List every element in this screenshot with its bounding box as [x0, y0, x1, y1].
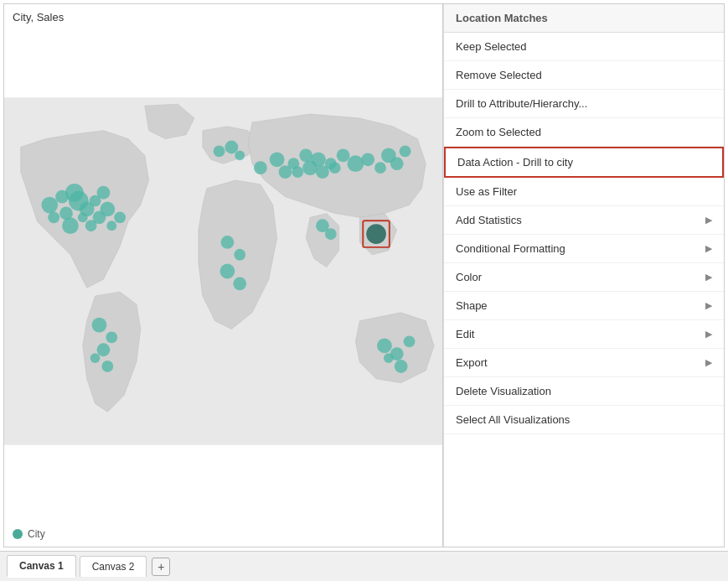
menu-item-color[interactable]: Color ▶	[444, 263, 724, 292]
svg-point-36	[390, 157, 404, 170]
svg-point-13	[48, 211, 59, 223]
menu-item-select-all-visualizations-label: Select All Visualizations	[456, 413, 570, 426]
edit-arrow-icon: ▶	[705, 329, 712, 340]
menu-item-keep-selected-label: Keep Selected	[456, 40, 527, 53]
svg-point-37	[400, 146, 411, 158]
svg-point-12	[62, 217, 79, 234]
svg-point-45	[366, 224, 386, 244]
svg-point-26	[270, 152, 285, 167]
svg-point-49	[233, 277, 246, 290]
svg-point-41	[316, 165, 329, 179]
svg-point-40	[302, 160, 318, 175]
menu-item-shape-label: Shape	[456, 299, 488, 312]
svg-point-8	[78, 212, 88, 222]
svg-point-17	[92, 318, 107, 333]
svg-point-24	[235, 150, 245, 160]
menu-item-drill-attribute-label: Drill to Attribute/Hierarchy...	[456, 97, 587, 110]
menu-item-use-as-filter-label: Use as Filter	[456, 185, 517, 198]
legend-label: City	[28, 528, 45, 540]
svg-point-16	[114, 211, 126, 223]
svg-point-28	[299, 148, 312, 162]
svg-point-33	[361, 153, 374, 166]
menu-item-edit-label: Edit	[456, 328, 474, 340]
svg-point-22	[214, 146, 225, 158]
add-statistics-arrow-icon: ▶	[705, 215, 712, 226]
menu-item-delete-visualization-label: Delete Visualization	[456, 385, 551, 397]
svg-point-50	[377, 338, 392, 353]
svg-point-47	[234, 249, 245, 261]
svg-point-20	[90, 353, 101, 363]
menu-item-drill-attribute[interactable]: Drill to Attribute/Hierarchy...	[444, 90, 724, 118]
menu-item-delete-visualization[interactable]: Delete Visualization	[444, 377, 724, 406]
menu-item-zoom-selected-label: Zoom to Selected	[456, 126, 541, 138]
svg-point-23	[225, 141, 238, 154]
svg-point-19	[97, 343, 111, 356]
svg-point-18	[106, 332, 117, 344]
svg-point-44	[325, 228, 337, 240]
tab-add-icon: +	[157, 560, 164, 573]
svg-point-52	[404, 335, 416, 347]
menu-item-color-label: Color	[456, 271, 482, 283]
svg-point-1	[41, 197, 58, 214]
menu-item-data-action-drill-label: Data Action - Drill to city	[457, 156, 573, 169]
svg-point-32	[348, 155, 364, 172]
svg-point-39	[292, 166, 303, 178]
svg-point-14	[97, 186, 111, 200]
svg-point-38	[279, 165, 292, 179]
svg-point-15	[106, 220, 116, 231]
svg-point-54	[395, 360, 408, 373]
map-area	[4, 29, 442, 513]
svg-point-31	[337, 148, 350, 162]
svg-point-21	[101, 361, 113, 372]
map-title: City, Sales	[4, 4, 442, 30]
svg-point-48	[220, 264, 235, 279]
main-container: City, Sales	[3, 3, 725, 547]
menu-item-add-statistics[interactable]: Add Statistics ▶	[444, 206, 724, 235]
svg-point-10	[100, 202, 115, 217]
menu-item-keep-selected[interactable]: Keep Selected	[444, 33, 724, 61]
menu-item-export[interactable]: Export ▶	[444, 349, 724, 377]
menu-item-add-statistics-label: Add Statistics	[456, 214, 522, 226]
map-legend: City	[13, 528, 45, 540]
map-panel: City, Sales	[4, 4, 443, 547]
svg-point-25	[254, 161, 267, 174]
menu-header-label: Location Matches	[456, 12, 548, 24]
tab-canvas2[interactable]: Canvas 2	[80, 556, 147, 577]
menu-item-zoom-selected[interactable]: Zoom to Selected	[444, 118, 724, 147]
menu-item-data-action-drill[interactable]: Data Action - Drill to city	[444, 147, 724, 178]
legend-dot	[13, 529, 23, 539]
export-arrow-icon: ▶	[705, 357, 712, 368]
tab-canvas2-label: Canvas 2	[92, 561, 135, 573]
svg-point-11	[85, 220, 97, 231]
shape-arrow-icon: ▶	[705, 300, 712, 311]
menu-item-shape[interactable]: Shape ▶	[444, 292, 724, 320]
menu-item-export-label: Export	[456, 356, 488, 369]
menu-item-conditional-formatting[interactable]: Conditional Formatting ▶	[444, 235, 724, 263]
context-menu: Location Matches Keep Selected Remove Se…	[443, 4, 724, 547]
svg-point-53	[384, 353, 394, 363]
menu-header: Location Matches	[444, 4, 724, 33]
svg-point-42	[329, 162, 341, 174]
tab-canvas1-label: Canvas 1	[19, 560, 64, 572]
svg-point-7	[55, 190, 69, 204]
svg-point-46	[221, 236, 235, 249]
conditional-formatting-arrow-icon: ▶	[705, 243, 712, 254]
menu-item-conditional-formatting-label: Conditional Formatting	[456, 242, 565, 255]
world-map-svg	[4, 29, 442, 513]
menu-item-remove-selected-label: Remove Selected	[456, 69, 542, 81]
menu-item-select-all-visualizations[interactable]: Select All Visualizations	[444, 406, 724, 434]
color-arrow-icon: ▶	[705, 272, 712, 283]
menu-item-remove-selected[interactable]: Remove Selected	[444, 61, 724, 90]
menu-item-edit[interactable]: Edit ▶	[444, 320, 724, 349]
tab-canvas1[interactable]: Canvas 1	[7, 555, 76, 578]
tab-add-button[interactable]: +	[152, 558, 170, 576]
svg-point-34	[374, 162, 386, 174]
tab-bar: Canvas 1 Canvas 2 +	[0, 551, 728, 581]
menu-item-use-as-filter[interactable]: Use as Filter	[444, 178, 724, 206]
